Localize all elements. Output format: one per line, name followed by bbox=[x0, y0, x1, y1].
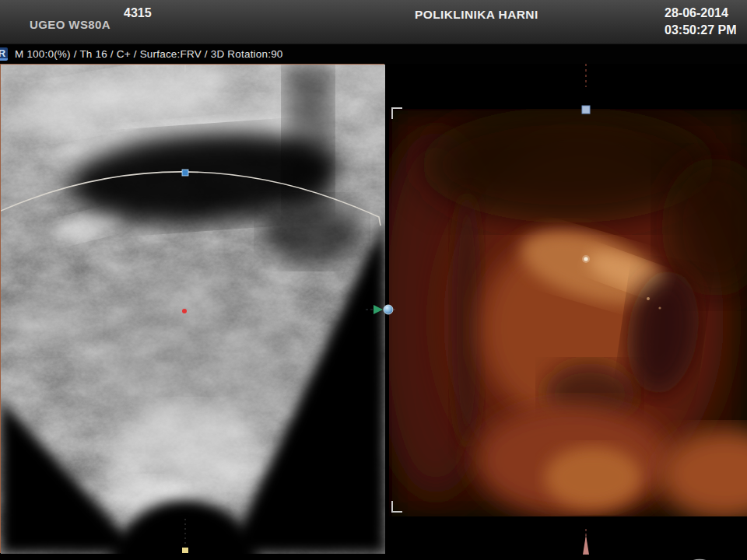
3d-render-image[interactable] bbox=[389, 64, 747, 555]
roi-edge-arrow-icon[interactable] bbox=[374, 305, 383, 314]
orientation-marker-r: R bbox=[0, 47, 8, 61]
exam-date: 28-06-2014 bbox=[665, 5, 737, 22]
datetime-block: 28-06-2014 03:50:27 PM bbox=[665, 5, 737, 39]
roi-edge-marker[interactable] bbox=[366, 301, 397, 318]
ultrasound-screen: UGEO WS80A 4315 POLIKLINIKA HARNI 28-06-… bbox=[0, 0, 747, 560]
roi-center-point[interactable] bbox=[182, 309, 187, 313]
bottom-right-indicators bbox=[672, 492, 747, 560]
3d-render-panel[interactable] bbox=[389, 64, 747, 555]
render-box-top-handle[interactable] bbox=[582, 106, 590, 114]
title-bar: UGEO WS80A 4315 POLIKLINIKA HARNI 28-06-… bbox=[0, 0, 747, 44]
render-bright-speck bbox=[584, 257, 587, 261]
2d-ultrasound-image[interactable] bbox=[1, 65, 385, 554]
exam-time: 03:50:27 PM bbox=[665, 22, 737, 39]
status-bar: R M 100:0(%) / Th 16 / C+ / Surface:FRV … bbox=[0, 44, 747, 64]
imaging-parameters-text: M 100:0(%) / Th 16 / C+ / Surface:FRV / … bbox=[15, 48, 283, 60]
device-model-label: UGEO WS80A bbox=[30, 18, 110, 31]
2d-ultrasound-panel[interactable] bbox=[0, 64, 384, 553]
roi-edge-ball-handle[interactable] bbox=[384, 305, 393, 314]
patient-id: 4315 bbox=[124, 6, 152, 20]
roi-curve-handle[interactable] bbox=[182, 170, 188, 176]
bottom-center-tick bbox=[182, 548, 188, 553]
image-viewport bbox=[0, 64, 747, 560]
clinic-name: POLIKLINIKA HARNI bbox=[415, 8, 538, 22]
